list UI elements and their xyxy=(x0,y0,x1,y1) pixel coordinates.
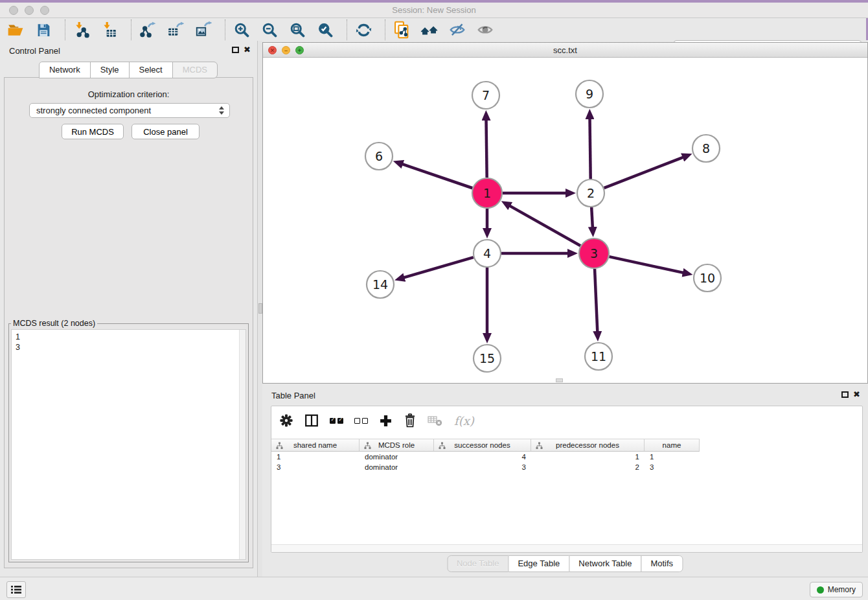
table-row[interactable]: 1dominator411 xyxy=(271,452,862,463)
export-image-icon[interactable] xyxy=(194,21,212,39)
edge-2-8[interactable] xyxy=(604,157,684,188)
network-graph[interactable]: 7968124314101511 xyxy=(263,58,867,383)
toggle-column-icon[interactable] xyxy=(304,412,319,429)
tab-mcds[interactable]: MCDS xyxy=(172,62,218,78)
delete-row-trash-icon[interactable] xyxy=(404,412,417,429)
refresh-layout-icon[interactable] xyxy=(354,21,372,39)
application-window: Session: New Session xyxy=(0,0,868,600)
table-cell[interactable]: 2 xyxy=(531,463,645,473)
toolbar-separator xyxy=(225,19,225,40)
criterion-dropdown[interactable]: strongly connected component xyxy=(29,103,230,118)
delete-table-icon xyxy=(428,412,443,429)
graph-node-3[interactable]: 3 xyxy=(579,238,609,268)
toolbar-separator xyxy=(65,19,65,40)
graph-node-6[interactable]: 6 xyxy=(365,143,393,170)
export-network-icon[interactable] xyxy=(139,21,157,39)
zoom-in-icon[interactable] xyxy=(233,21,251,39)
graph-node-11[interactable]: 11 xyxy=(585,343,612,370)
graph-node-4[interactable]: 4 xyxy=(474,240,501,267)
edge-2-9[interactable] xyxy=(589,118,590,179)
memory-button[interactable]: Memory xyxy=(810,582,863,597)
table-cell[interactable]: 3 xyxy=(434,463,531,473)
hide-selected-icon[interactable] xyxy=(448,21,466,39)
float-table-panel-icon[interactable] xyxy=(841,391,849,398)
graph-node-9[interactable]: 9 xyxy=(576,80,603,108)
zoom-out-icon[interactable] xyxy=(260,21,279,39)
network-window: ✕ – + scc.txt 7968124314101511 xyxy=(262,42,868,384)
column-header-name[interactable]: name xyxy=(645,439,700,451)
graph-node-7[interactable]: 7 xyxy=(472,82,499,109)
table-cell[interactable]: 3 xyxy=(271,463,360,473)
open-session-icon[interactable] xyxy=(6,21,25,39)
column-tree-icon xyxy=(439,442,446,451)
close-panel-icon[interactable]: ✖ xyxy=(244,45,251,54)
table-cell[interactable]: 1 xyxy=(271,452,360,463)
graph-node-14[interactable]: 14 xyxy=(367,271,394,298)
svg-text:7: 7 xyxy=(482,88,490,102)
graph-node-10[interactable]: 10 xyxy=(694,264,721,292)
column-header-predecessor-nodes[interactable]: predecessor nodes xyxy=(531,439,645,451)
edge-3-11[interactable] xyxy=(595,269,597,332)
graph-node-2[interactable]: 2 xyxy=(577,179,604,207)
edge-4-14[interactable] xyxy=(404,257,474,278)
table-horizontal-scrollbar[interactable] xyxy=(271,544,862,552)
tab-style[interactable]: Style xyxy=(90,62,130,78)
mcds-panel: Optimization criterion: strongly connect… xyxy=(4,77,253,568)
show-graphics-details-icon[interactable] xyxy=(476,21,494,39)
column-header-shared-name[interactable]: shared name xyxy=(271,439,360,451)
tab-network[interactable]: Network xyxy=(39,62,91,78)
mcds-result-lines: 1 3 xyxy=(16,332,20,352)
float-panel-icon[interactable] xyxy=(232,47,239,53)
table-cell[interactable]: 1 xyxy=(531,452,645,463)
first-neighbors-icon[interactable] xyxy=(420,21,439,39)
network-titlebar[interactable]: ✕ – + scc.txt xyxy=(263,43,867,58)
toolbar-separator xyxy=(385,19,385,40)
graph-node-8[interactable]: 8 xyxy=(692,135,720,162)
close-panel-button[interactable]: Close panel xyxy=(131,124,200,139)
import-network-icon[interactable] xyxy=(73,21,91,39)
copy-network-icon[interactable] xyxy=(393,21,411,39)
criterion-value: strongly connected component xyxy=(36,106,151,115)
edge-3-1[interactable] xyxy=(509,205,580,246)
edge-1-6[interactable] xyxy=(402,164,472,188)
mcds-result-scrollbar[interactable] xyxy=(239,330,246,559)
edge-1-7[interactable] xyxy=(486,119,486,178)
table-cell[interactable]: dominator xyxy=(360,463,434,473)
panel-split-divider[interactable] xyxy=(257,41,262,577)
svg-text:9: 9 xyxy=(586,87,593,101)
run-mcds-button[interactable]: Run MCDS xyxy=(62,124,124,139)
deselect-all-icon[interactable] xyxy=(354,412,368,429)
export-table-icon[interactable] xyxy=(166,21,185,39)
tab-motifs[interactable]: Motifs xyxy=(641,555,683,572)
select-all-icon[interactable] xyxy=(330,412,343,429)
toolbar-separator xyxy=(347,19,347,40)
graph-node-15[interactable]: 15 xyxy=(474,345,501,372)
tab-node-table[interactable]: Node Table xyxy=(447,555,509,572)
zoom-fit-icon[interactable] xyxy=(288,21,306,39)
network-resize-grip[interactable] xyxy=(556,378,563,382)
network-canvas[interactable]: 7968124314101511 xyxy=(263,58,867,383)
tab-network-table[interactable]: Network Table xyxy=(569,555,641,572)
add-row-icon[interactable] xyxy=(379,412,393,429)
table-cell[interactable]: 4 xyxy=(434,452,531,463)
column-header-successor-nodes[interactable]: successor nodes xyxy=(434,439,531,451)
table-settings-gear-icon[interactable] xyxy=(279,412,293,429)
graph-node-1[interactable]: 1 xyxy=(472,178,502,208)
column-header-MCDS-role[interactable]: MCDS role xyxy=(360,439,434,451)
close-table-panel-icon[interactable]: ✖ xyxy=(853,389,860,399)
table-cell[interactable]: 1 xyxy=(645,452,700,463)
zoom-selected-icon[interactable] xyxy=(316,21,334,39)
task-history-button[interactable] xyxy=(6,581,26,598)
tab-select[interactable]: Select xyxy=(129,62,173,78)
edge-3-10[interactable] xyxy=(609,257,683,273)
svg-text:3: 3 xyxy=(590,246,598,260)
app-titlebar: Session: New Session xyxy=(0,3,868,18)
tab-edge-table[interactable]: Edge Table xyxy=(508,555,569,572)
table-row[interactable]: 3dominator323 xyxy=(271,463,862,473)
save-session-icon[interactable] xyxy=(34,21,52,39)
import-table-icon[interactable] xyxy=(100,21,119,39)
edge-2-3[interactable] xyxy=(591,207,593,228)
table-cell[interactable]: 3 xyxy=(645,463,700,473)
mcds-result-text[interactable]: 1 3 xyxy=(11,329,246,560)
table-cell[interactable]: dominator xyxy=(360,452,434,463)
